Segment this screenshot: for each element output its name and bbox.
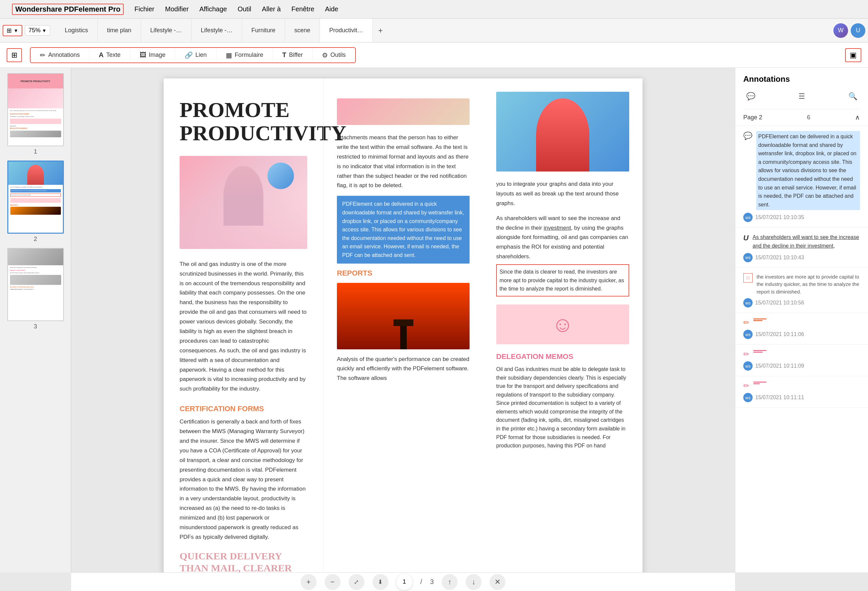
list-filter-button[interactable]: ☰ (794, 89, 809, 104)
toolbar-left: ⊞ ▼ 75% ▼ (3, 25, 50, 36)
view-toggle-button[interactable]: ⊞ ▼ (3, 25, 22, 36)
menu-aller[interactable]: Aller à (262, 5, 281, 13)
menu-aide[interactable]: Aide (325, 5, 338, 13)
tool-biffer[interactable]: T Biffer (273, 49, 313, 61)
tab-productivity[interactable]: Productivit… (320, 19, 373, 42)
thumbnail-page-3[interactable]: allows the company to access the informa… (3, 248, 68, 330)
ann-item-6-row: ✏ (743, 382, 860, 390)
menu-affichage[interactable]: Affichage (199, 5, 227, 13)
stroke-line-pink-2 (753, 352, 763, 353)
delegation-text: Oil and Gas industries must be able to d… (496, 365, 629, 450)
form-icon: ▦ (226, 51, 232, 59)
ann-item-5-row: ✏ (743, 350, 860, 359)
red-outline-box: Since the data is clearer to read, the i… (496, 264, 629, 296)
ann-item-2-time: 15/07/2021 10:10:43 (755, 255, 804, 261)
reports-heading: REPORTS (337, 269, 469, 277)
fit-page-button[interactable]: ⤢ (348, 574, 365, 590)
user-profile-avatar: U (851, 23, 865, 38)
right-top-image (496, 92, 629, 171)
ann-item-1-time: 15/07/2021 10:10:35 (755, 214, 804, 220)
tool-formulaire[interactable]: ▦ Formulaire (217, 49, 273, 61)
ann-icon-row: 💬 ☰ 🔍 (743, 89, 860, 109)
ann-item-5: ✏ ws 15/07/2021 10:11:09 (735, 345, 868, 376)
delegation-heading: DELEGATION MEMOS (496, 352, 629, 361)
ann-avatar-4: ws (743, 330, 753, 339)
tool-formulaire-label: Formulaire (235, 52, 263, 59)
tab-logistics-label: Logistics (65, 27, 88, 34)
download-button[interactable]: ⬇ (372, 574, 388, 590)
smiley-icon: ☺ (552, 312, 573, 337)
ann-header: Annotations 💬 ☰ 🔍 (735, 68, 868, 109)
ann-avatar-6: ws (743, 393, 753, 402)
ann-item-5-meta: ws 15/07/2021 10:11:09 (743, 361, 860, 371)
ann-item-6-time: 15/07/2021 10:11:11 (755, 395, 804, 401)
stroke-line-2 (753, 320, 763, 321)
menu-fenetre[interactable]: Fenêtre (291, 5, 314, 13)
tool-outils-label: Outils (331, 52, 346, 59)
ann-item-3-row: □ the investors are more apt to provide … (743, 273, 860, 296)
ann-item-6-meta: ws 15/07/2021 10:11:11 (743, 393, 860, 402)
tab-productivity-label: Productivit… (329, 27, 363, 34)
tab-add-button[interactable]: + (373, 19, 388, 42)
next-page-button[interactable]: ↓ (466, 574, 481, 590)
thumbnail-page-2[interactable]: you to integrate your graphs and data in… (3, 161, 68, 243)
tab-lifestyle1[interactable]: Lifestyle -… (141, 19, 192, 42)
zoom-select[interactable]: 75% ▼ (25, 25, 50, 35)
ann-collapse-button[interactable]: ∧ (855, 113, 860, 121)
ann-item-2: U As shareholders will want to see the i… (735, 228, 868, 268)
tab-lifestyle2[interactable]: Lifestyle -… (192, 19, 242, 42)
search-filter-button[interactable]: 🔍 (845, 89, 860, 104)
left-body-text: The oil and gas industry is one of the m… (180, 259, 307, 394)
annotations-icon: ✏ (40, 51, 46, 59)
tab-lifestyle2-label: Lifestyle -… (201, 27, 232, 34)
pdf-viewer[interactable]: PROMOTE PRODUCTIVITY The oil and gas ind… (71, 68, 735, 572)
app-icon-avatar: W (833, 23, 848, 38)
tabs-container: Logistics time plan Lifestyle -… Lifesty… (56, 19, 828, 42)
thumbnail-page-1[interactable]: PROMOTE PRODUCTIVITY The oil and gas ind… (3, 73, 68, 155)
menu-bar: Fichier Modifier Affichage Outil Aller à… (134, 5, 338, 13)
total-pages: 3 (430, 578, 434, 586)
comment-filter-button[interactable]: 💬 (743, 89, 758, 104)
tool-outils[interactable]: ⚙ Outils (313, 49, 355, 61)
tab-scene[interactable]: scene (285, 19, 320, 42)
tool-image[interactable]: 🖼 Image (130, 49, 175, 61)
thumb-label-3: 3 (34, 323, 37, 330)
hero-image (180, 156, 307, 249)
comment-icon: 💬 (746, 92, 755, 101)
grid-tool-button[interactable]: ⊞ (7, 48, 22, 62)
tab-furniture[interactable]: Furniture (242, 19, 285, 42)
tab-logistics[interactable]: Logistics (56, 19, 98, 42)
tab-timeplan-label: time plan (107, 27, 131, 34)
zoom-in-button[interactable]: + (301, 574, 317, 590)
list-icon: ☰ (799, 92, 805, 101)
tool-texte[interactable]: A Texte (90, 49, 130, 61)
section1-text: Certification is generally a back and fo… (180, 417, 307, 542)
tab-timeplan[interactable]: time plan (98, 19, 141, 42)
image-icon: 🖼 (140, 51, 146, 59)
tool-lien[interactable]: 🔗 Lien (175, 49, 217, 61)
ann-item-4-row: ✏ (743, 318, 860, 327)
close-nav-button[interactable]: ✕ (490, 574, 505, 590)
text-icon: A (99, 51, 103, 59)
ann-item-2-text: As shareholders will want to see the inc… (753, 233, 860, 250)
comment-ann-icon: 💬 (743, 132, 752, 140)
menu-modifier[interactable]: Modifier (165, 5, 189, 13)
tab-lifestyle1-label: Lifestyle -… (150, 27, 182, 34)
ann-item-2-meta: ws 15/07/2021 10:10:43 (743, 253, 860, 262)
pencil-pink-ann-icon: ✏ (743, 350, 749, 359)
menu-fichier[interactable]: Fichier (134, 5, 154, 13)
ann-page-label: Page 2 (743, 114, 762, 121)
redact-icon: T (282, 51, 286, 59)
ann-item-3-text: the investors are more apt to provide ca… (757, 273, 860, 296)
prev-page-button[interactable]: ↑ (441, 574, 458, 590)
page-main-title: PROMOTE PRODUCTIVITY (180, 99, 307, 145)
toolbar-right: ▣ (845, 48, 861, 62)
ann-item-3-meta: ws 15/07/2021 10:10:56 (743, 298, 860, 308)
ann-count: 6 (807, 114, 810, 121)
center-reports-text: Analysis of the quarter's performance ca… (337, 355, 469, 383)
zoom-out-button[interactable]: − (325, 574, 341, 590)
menu-outil[interactable]: Outil (238, 5, 251, 13)
panel-toggle-button[interactable]: ▣ (845, 48, 861, 62)
tool-annotations[interactable]: ✏ Annotations (31, 49, 90, 61)
app-title: Wondershare PDFelement Pro (12, 4, 124, 15)
